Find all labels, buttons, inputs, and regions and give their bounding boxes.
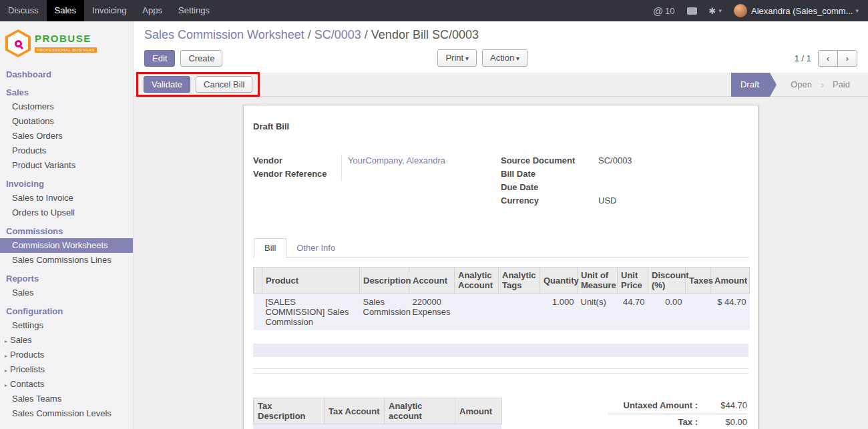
sidebar-item-product-variants[interactable]: Product Variants (0, 158, 133, 173)
print-dropdown[interactable]: Print (437, 49, 477, 67)
status-paid[interactable]: Paid (824, 79, 859, 89)
mention-count: 10 (665, 6, 674, 16)
sidebar-item-sales-teams[interactable]: Sales Teams (0, 392, 133, 406)
breadcrumb: Sales Commission WorksheetSC/0003Vendor … (144, 28, 857, 42)
breadcrumb-current: Vendor Bill SC/0003 (371, 28, 479, 41)
menu-sales[interactable]: Sales (47, 0, 85, 21)
sidebar-section-commissions[interactable]: Commissions (0, 224, 133, 238)
sidebar-section-sales[interactable]: Sales (0, 85, 133, 99)
sheet-title: Draft Bill (253, 121, 748, 131)
due-date-value (597, 181, 748, 194)
top-menu: Discuss Sales Invoicing Apps Settings (0, 0, 218, 21)
pager: 1 / 1 ‹ › (795, 50, 857, 67)
cell-amount[interactable]: $ 44.70 (711, 294, 750, 331)
expand-icon: ▸ (5, 382, 7, 388)
sidebar-section-configuration[interactable]: Configuration (0, 304, 133, 318)
col-tax-description[interactable]: Tax Description (254, 398, 324, 424)
col-tax-amount[interactable]: Amount (455, 398, 502, 424)
vendor-value-link[interactable]: YourCompany, Alexandra (348, 155, 445, 165)
sidebar-item-config-pricelists[interactable]: ▸Pricelists (0, 362, 133, 377)
form-statusbar: Validate Cancel Bill Draft Open › Paid (134, 73, 868, 97)
col-tax-analytic-account[interactable]: Analytic account (385, 398, 455, 424)
sidebar-item-quotations[interactable]: Quotations (0, 114, 133, 129)
menu-discuss[interactable]: Discuss (0, 0, 47, 21)
probuse-logo-icon (5, 29, 31, 57)
sidebar-item-config-contacts[interactable]: ▸Contacts (0, 377, 133, 392)
col-amount[interactable]: Amount (711, 268, 750, 294)
cell-taxes[interactable] (686, 294, 711, 331)
breadcrumb-sc0003-link[interactable]: SC/0003 (314, 28, 361, 41)
tab-other-info[interactable]: Other Info (286, 239, 345, 257)
cell-product[interactable]: [SALES COMMISSION] Sales Commission (262, 294, 360, 331)
breadcrumb-worksheet-link[interactable]: Sales Commission Worksheet (144, 28, 304, 41)
tab-bill[interactable]: Bill (254, 238, 286, 258)
sidebar-item-orders-to-upsell[interactable]: Orders to Upsell (0, 205, 133, 220)
pager-next-button[interactable]: › (837, 50, 857, 67)
col-unit-price[interactable]: Unit Price (618, 268, 648, 294)
sidebar-item-sales-to-invoice[interactable]: Sales to Invoice (0, 191, 133, 205)
cell-discount[interactable]: 0.00 (648, 294, 686, 331)
sidebar-section-reports[interactable]: Reports (0, 271, 133, 286)
currency-label: Currency (501, 194, 597, 207)
sidebar-item-products[interactable]: Products (0, 143, 133, 158)
cell-analytic-tags[interactable] (499, 294, 540, 331)
create-button[interactable]: Create (180, 50, 222, 67)
edit-button[interactable]: Edit (144, 50, 175, 67)
user-menu[interactable]: Alexandra (Sales_comm... ▾ (728, 4, 861, 17)
sidebar-item-config-products[interactable]: ▸Products (0, 348, 133, 362)
status-draft[interactable]: Draft (731, 73, 770, 97)
cancel-bill-button[interactable]: Cancel Bill (196, 76, 252, 93)
cell-analytic-account[interactable] (455, 294, 499, 331)
source-document-label: Source Document (501, 154, 597, 167)
sidebar-item-config-sales[interactable]: ▸Sales (0, 333, 133, 348)
col-analytic-tags[interactable]: Analytic Tags (499, 268, 540, 294)
totals-block: Untaxed Amount : $44.70 Tax : $0.00 Tota… (608, 398, 748, 429)
invoice-lines-table: Product Description Account Analytic Acc… (253, 267, 750, 330)
col-quantity[interactable]: Quantity (540, 268, 578, 294)
col-discount[interactable]: Discount (%) (648, 268, 686, 294)
breadcrumb-separator (361, 28, 371, 41)
validate-button[interactable]: Validate (144, 76, 190, 93)
messages-button[interactable] (681, 7, 703, 15)
debug-icon: ✱ (709, 6, 716, 16)
cell-quantity[interactable]: 1.000 (540, 294, 578, 331)
sidebar-item-commission-worksheets[interactable]: Commission Worksheets (0, 238, 133, 253)
tax-value: $0.00 (708, 417, 747, 427)
col-taxes[interactable]: Taxes (686, 268, 711, 294)
col-product[interactable]: Product (262, 268, 360, 294)
sidebar-item-dashboard[interactable]: Dashboard (0, 67, 133, 81)
menu-settings[interactable]: Settings (170, 0, 218, 21)
pager-previous-button[interactable]: ‹ (818, 50, 838, 67)
top-navbar: Discuss Sales Invoicing Apps Settings @ … (0, 0, 868, 21)
col-analytic-account[interactable]: Analytic Account (455, 268, 499, 294)
sidebar-item-sales-orders[interactable]: Sales Orders (0, 129, 133, 143)
sidebar-item-config-settings[interactable]: Settings (0, 318, 133, 333)
col-tax-account[interactable]: Tax Account (324, 398, 385, 424)
status-open[interactable]: Open (782, 79, 821, 89)
menu-invoicing[interactable]: Invoicing (84, 0, 134, 21)
avatar (734, 4, 747, 17)
debug-menu[interactable]: ✱ ▾ (703, 6, 728, 16)
sidebar-section-invoicing[interactable]: Invoicing (0, 176, 133, 191)
col-description[interactable]: Description (360, 268, 409, 294)
cell-description[interactable]: Sales Commission (360, 294, 409, 331)
col-unit-of-measure[interactable]: Unit of Measure (578, 268, 618, 294)
sidebar-item-sales-commission-levels[interactable]: Sales Commission Levels (0, 406, 133, 421)
menu-apps[interactable]: Apps (134, 0, 170, 21)
expand-icon: ▸ (5, 353, 7, 359)
sidebar-item-reports-sales[interactable]: Sales (0, 286, 133, 300)
cell-account[interactable]: 220000 Expenses (409, 294, 455, 331)
sidebar-item-customers[interactable]: Customers (0, 99, 133, 114)
action-dropdown[interactable]: Action (482, 49, 527, 67)
sidebar-item-sales-commissions-lines[interactable]: Sales Commissions Lines (0, 253, 133, 268)
cell-uom[interactable]: Unit(s) (578, 294, 618, 331)
chevron-down-icon: ▾ (855, 7, 859, 14)
annotation-red-box: Validate Cancel Bill (136, 72, 260, 97)
cell-unit-price[interactable]: 44.70 (618, 294, 648, 331)
mentions-counter[interactable]: @ 10 (647, 5, 681, 17)
invoice-line-row[interactable]: [SALES COMMISSION] Sales Commission Sale… (254, 294, 750, 331)
due-date-label: Due Date (501, 181, 597, 194)
col-account[interactable]: Account (409, 268, 455, 294)
bill-date-value (597, 167, 748, 181)
control-panel: Sales Commission WorksheetSC/0003Vendor … (134, 21, 868, 73)
